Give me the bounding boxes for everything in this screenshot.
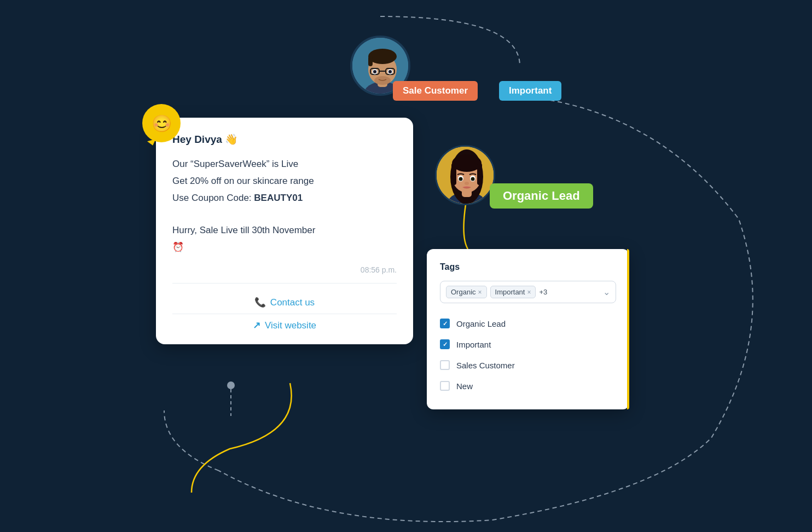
svg-point-22	[452, 154, 482, 172]
checkbox-organic-lead[interactable]	[440, 319, 450, 328]
remove-important-tag[interactable]: ×	[527, 288, 531, 296]
tag-chip-organic[interactable]: Organic ×	[446, 286, 487, 298]
chat-bubble-icon: 😊	[142, 104, 181, 142]
checkbox-sales-customer[interactable]	[440, 360, 450, 370]
sale-customer-label: Sale Customer	[393, 81, 478, 101]
tags-panel: Tags Organic × Important × +3 ⌄ Organic …	[427, 249, 629, 409]
organic-lead-label: Organic Lead	[490, 183, 593, 209]
remove-organic-tag[interactable]: ×	[478, 288, 482, 296]
tag-option-important[interactable]: Important	[440, 334, 616, 355]
visit-website-button[interactable]: ↗ Visit website	[172, 314, 397, 337]
chat-body: Our “SuperSaverWeek” is Live Get 20% off…	[172, 157, 397, 255]
tag-option-sales-customer[interactable]: Sales Customer	[440, 355, 616, 375]
tags-divider-bar	[627, 249, 629, 409]
tag-option-new[interactable]: New	[440, 375, 616, 396]
external-link-icon: ↗	[253, 320, 260, 331]
tag-option-organic-lead[interactable]: Organic Lead	[440, 313, 616, 334]
important-label: Important	[499, 81, 561, 101]
chat-time: 08:56 p.m.	[172, 265, 397, 284]
contact-us-button[interactable]: 📞 Contact us	[172, 291, 397, 314]
tags-title: Tags	[440, 262, 616, 272]
checkbox-important[interactable]	[440, 339, 450, 349]
tags-chevron-icon[interactable]: ⌄	[603, 287, 610, 297]
chat-message-card: 😊 Hey Divya 👋 Our “SuperSaverWeek” is Li…	[156, 118, 413, 344]
svg-rect-7	[368, 56, 373, 66]
svg-point-29	[465, 182, 469, 185]
chat-actions: 📞 Contact us ↗ Visit website	[172, 284, 397, 344]
chat-greeting: Hey Divya 👋	[172, 133, 397, 146]
tag-chip-important[interactable]: Important ×	[490, 286, 536, 298]
avatar-right-person	[435, 145, 495, 205]
checkbox-new[interactable]	[440, 381, 450, 391]
svg-point-13	[373, 70, 376, 73]
phone-icon: 📞	[254, 297, 266, 308]
svg-point-27	[459, 177, 463, 181]
svg-rect-23	[451, 163, 456, 185]
tags-input-row[interactable]: Organic × Important × +3 ⌄	[440, 281, 616, 303]
svg-rect-24	[477, 163, 482, 185]
svg-point-14	[388, 70, 392, 73]
tags-more-count: +3	[539, 288, 547, 296]
connector-dot	[227, 381, 235, 389]
svg-point-28	[471, 177, 475, 181]
